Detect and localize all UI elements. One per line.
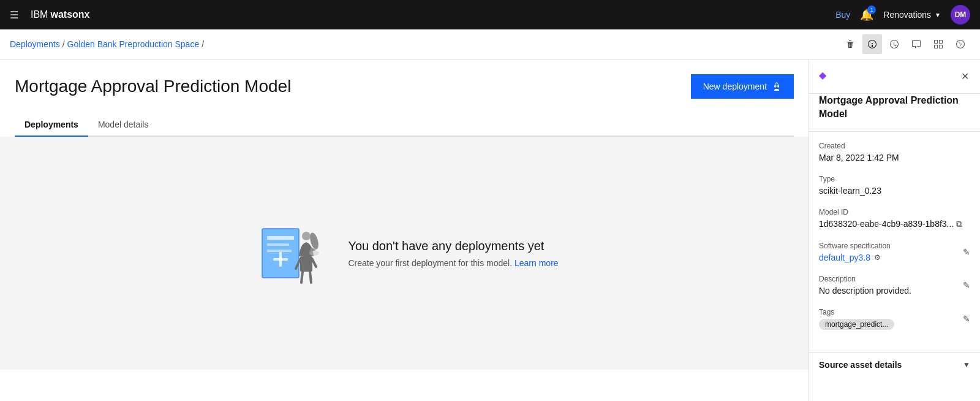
rocket-icon	[772, 82, 782, 91]
empty-illustration	[250, 210, 323, 296]
empty-description: Create your first deployment for this mo…	[348, 258, 558, 268]
tabs: Deployments Model details	[15, 113, 794, 137]
settings-icon[interactable]: ⚙	[874, 253, 881, 262]
brand-watsonx: watsonx	[50, 9, 89, 20]
svg-line-11	[310, 272, 311, 283]
space-name: Renovations	[883, 10, 931, 20]
type-label: Type	[819, 175, 881, 183]
empty-state-container: You don't have any deployments yet Creat…	[0, 137, 809, 370]
source-asset-label: Source asset details	[819, 360, 902, 370]
edit-tags-icon[interactable]: ✎	[963, 314, 970, 324]
tags-label: Tags	[819, 308, 894, 316]
svg-rect-5	[279, 252, 282, 267]
brand-logo: IBM watsonx	[31, 9, 89, 20]
right-panel: ◆ ✕ Mortgage Approval Prediction Model C…	[809, 59, 980, 401]
delete-button[interactable]	[840, 34, 860, 54]
main-layout: Mortgage Approval Prediction Model New d…	[0, 59, 980, 401]
panel-software-spec-field: Software specification default_py3.8 ⚙ ✎	[819, 242, 970, 262]
breadcrumb-deployments[interactable]: Deployments	[10, 39, 60, 49]
created-value: Mar 8, 2022 1:42 PM	[819, 153, 970, 162]
svg-line-9	[312, 259, 316, 267]
svg-line-10	[301, 272, 303, 283]
breadcrumb-actions	[840, 34, 970, 54]
learn-more-link[interactable]: Learn more	[514, 258, 559, 268]
edit-software-spec-icon[interactable]: ✎	[963, 247, 970, 257]
breadcrumb: Deployments / Golden Bank Preproduction …	[10, 39, 204, 49]
source-asset-section[interactable]: Source asset details ▼	[809, 352, 980, 377]
svg-rect-2	[267, 243, 289, 246]
top-navigation: ☰ IBM watsonx Buy 🔔 1 Renovations ▼ DM	[0, 0, 980, 29]
chevron-down-icon: ▼	[963, 361, 970, 369]
svg-point-13	[309, 251, 319, 256]
grid-button[interactable]	[929, 34, 948, 54]
panel-model-name: Mortgage Approval Prediction Model	[809, 94, 980, 132]
content-area: Mortgage Approval Prediction Model New d…	[0, 59, 809, 401]
svg-rect-7	[300, 256, 312, 272]
empty-state: You don't have any deployments yet Creat…	[250, 210, 558, 296]
breadcrumb-bar: Deployments / Golden Bank Preproduction …	[0, 29, 980, 59]
panel-body: Created Mar 8, 2022 1:42 PM Type scikit-…	[809, 132, 980, 352]
model-id-row: 1d638320-eabe-4cb9-a839-1b8f3... ⧉	[819, 219, 962, 229]
tab-deployments[interactable]: Deployments	[15, 113, 88, 137]
breadcrumb-space[interactable]: Golden Bank Preproduction Space	[67, 39, 200, 49]
panel-tags-field: Tags mortgage_predict... ✎	[819, 308, 970, 330]
spec-row: default_py3.8 ⚙	[819, 253, 891, 262]
panel-type-field: Type scikit-learn_0.23	[819, 175, 970, 196]
panel-header: ◆ ✕	[809, 59, 980, 94]
hamburger-menu[interactable]: ☰	[10, 9, 18, 21]
comment-button[interactable]	[907, 34, 926, 54]
info-button[interactable]	[862, 34, 882, 54]
edit-description-icon[interactable]: ✎	[963, 280, 970, 290]
model-id-value: 1d638320-eabe-4cb9-a839-1b8f3...	[819, 219, 954, 229]
page-header: Mortgage Approval Prediction Model New d…	[15, 74, 794, 99]
svg-rect-3	[267, 250, 292, 252]
buy-link[interactable]: Buy	[835, 10, 850, 20]
panel-created-field: Created Mar 8, 2022 1:42 PM	[819, 142, 970, 162]
chevron-down-icon: ▼	[935, 12, 941, 18]
new-deployment-button[interactable]: New deployment	[691, 74, 794, 99]
panel-header-left: ◆	[819, 69, 826, 81]
copy-icon[interactable]: ⧉	[956, 219, 962, 229]
software-spec-value[interactable]: default_py3.8	[819, 253, 870, 262]
notifications-bell[interactable]: 🔔 1	[860, 8, 873, 21]
empty-heading: You don't have any deployments yet	[348, 239, 558, 253]
brand-ibm: IBM	[31, 9, 48, 20]
svg-rect-1	[267, 236, 294, 240]
space-selector[interactable]: Renovations ▼	[883, 10, 941, 20]
page-title: Mortgage Approval Prediction Model	[15, 77, 291, 96]
software-spec-label: Software specification	[819, 242, 891, 250]
help-button[interactable]	[951, 34, 970, 54]
panel-description-field: Description No description provided. ✎	[819, 275, 970, 296]
model-id-label: Model ID	[819, 208, 962, 216]
breadcrumb-separator-1: /	[62, 39, 65, 49]
description-value: No description provided.	[819, 286, 911, 296]
empty-text: You don't have any deployments yet Creat…	[348, 239, 558, 268]
history-button[interactable]	[884, 34, 904, 54]
created-label: Created	[819, 142, 970, 150]
panel-model-id-field: Model ID 1d638320-eabe-4cb9-a839-1b8f3..…	[819, 208, 970, 229]
tab-model-details[interactable]: Model details	[88, 113, 159, 137]
svg-point-6	[302, 232, 311, 240]
type-value: scikit-learn_0.23	[819, 186, 881, 196]
new-deployment-label: New deployment	[703, 82, 767, 91]
tag-value: mortgage_predict...	[819, 319, 894, 330]
diamond-icon: ◆	[819, 69, 826, 81]
breadcrumb-separator-2: /	[202, 39, 204, 49]
panel-close-button[interactable]: ✕	[960, 69, 970, 83]
avatar[interactable]: DM	[951, 5, 970, 25]
notification-badge: 1	[867, 6, 876, 14]
description-label: Description	[819, 275, 911, 283]
